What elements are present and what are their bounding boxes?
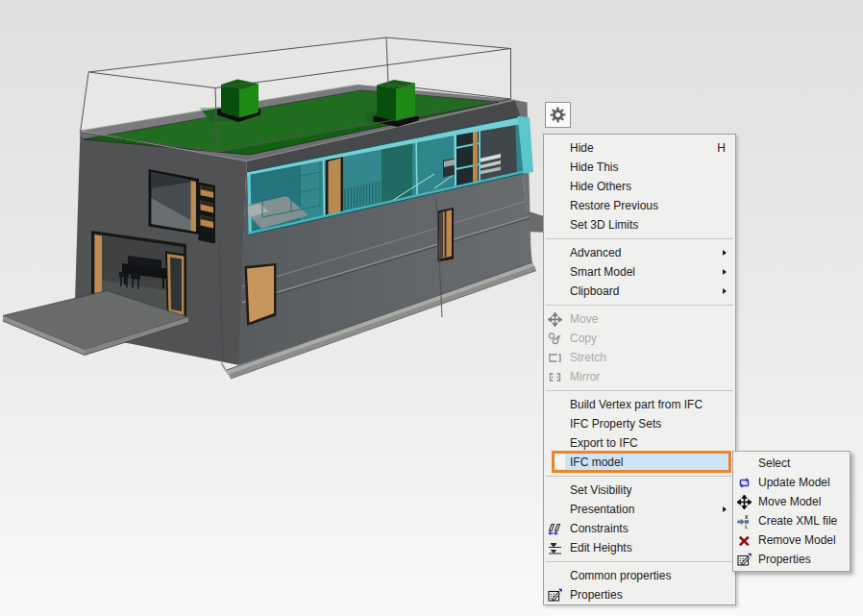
svg-text:L: L [745,524,748,529]
